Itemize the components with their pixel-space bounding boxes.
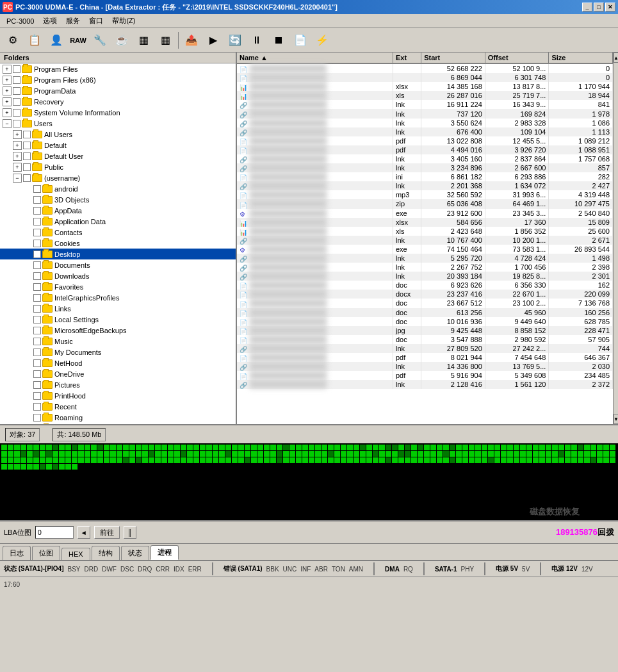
- tree-item[interactable]: −Users: [0, 118, 236, 129]
- title-bar-controls[interactable]: _ □ ✕: [582, 3, 615, 12]
- tree-checkbox[interactable]: [23, 142, 31, 149]
- tree-expand-btn[interactable]: +: [3, 97, 12, 106]
- table-row[interactable]: 🔗filename_blurred_5lnk737 120169 8241 97…: [237, 109, 613, 118]
- table-row[interactable]: 🔗filename_blurred_21lnk5 295 7204 728 42…: [237, 254, 613, 263]
- tree-item[interactable]: Application Data: [0, 216, 236, 227]
- tree-checkbox[interactable]: [33, 250, 41, 258]
- tree-checkbox[interactable]: [33, 403, 41, 411]
- minimize-button[interactable]: _: [582, 3, 592, 12]
- tab-位图[interactable]: 位图: [32, 546, 60, 560]
- tree-checkbox[interactable]: [13, 109, 20, 117]
- tree-item[interactable]: +Default: [0, 140, 236, 151]
- table-row[interactable]: 📄filename_blurred_14mp332 560 59231 993 …: [237, 190, 613, 199]
- tree-checkbox[interactable]: [33, 381, 41, 389]
- tree-checkbox[interactable]: [33, 196, 41, 204]
- toolbar-settings-btn[interactable]: ⚙: [3, 31, 23, 50]
- tree-checkbox[interactable]: [33, 218, 41, 225]
- table-row[interactable]: 📄filename_blurred_28doc10 016 9369 449 6…: [237, 317, 613, 326]
- toolbar-refresh-btn[interactable]: 🔄: [225, 31, 245, 50]
- tree-expand-btn[interactable]: +: [13, 163, 22, 172]
- tree-checkbox[interactable]: [33, 392, 41, 400]
- right-scrollbar[interactable]: ▲ ▼: [613, 53, 618, 424]
- toolbar-clip-btn[interactable]: 📋: [24, 31, 45, 50]
- table-row[interactable]: 📊filename_blurred_17xlsx584 65617 36015 …: [237, 218, 613, 227]
- table-row[interactable]: 📄filename_blurred_16 869 0446 301 7480: [237, 73, 613, 82]
- menu-pc3000[interactable]: PC-3000: [3, 16, 38, 26]
- tree-checkbox[interactable]: [33, 316, 41, 324]
- table-row[interactable]: 🔗filename_blurred_7lnk676 400109 1041 11…: [237, 127, 613, 136]
- toolbar-stop-btn[interactable]: ⏹: [268, 31, 289, 50]
- tree-item[interactable]: +Recovery: [0, 96, 236, 107]
- col-name[interactable]: Name ▲: [237, 53, 393, 63]
- table-row[interactable]: 📄filename_blurred_052 668 22252 100 9...…: [237, 63, 613, 73]
- table-row[interactable]: 📄filename_blurred_9pdf4 494 0163 926 720…: [237, 145, 613, 154]
- table-row[interactable]: 📊filename_blurred_3xls26 287 01625 719 7…: [237, 91, 613, 100]
- table-row[interactable]: ⚙filename_blurred_16exe23 912 60023 345 …: [237, 209, 613, 218]
- table-row[interactable]: 🔗filename_blurred_10lnk3 405 1602 837 86…: [237, 154, 613, 163]
- table-row[interactable]: 📄filename_blurred_32pdf8 021 9447 454 64…: [237, 353, 613, 362]
- tree-item[interactable]: Local Settings: [0, 314, 236, 325]
- tab-结构[interactable]: 结构: [92, 546, 120, 560]
- tree-item[interactable]: My Documents: [0, 347, 236, 357]
- tab-进程[interactable]: 进程: [150, 545, 179, 560]
- tree-checkbox[interactable]: [33, 240, 41, 247]
- tree-item[interactable]: Documents: [0, 259, 236, 270]
- table-row[interactable]: 🔗filename_blurred_4lnk16 911 22416 343 9…: [237, 100, 613, 109]
- tree-checkbox[interactable]: [33, 283, 41, 291]
- tree-checkbox[interactable]: [23, 174, 31, 182]
- tree-checkbox[interactable]: [33, 305, 41, 313]
- tree-checkbox[interactable]: [33, 348, 41, 356]
- table-row[interactable]: 🔗filename_blurred_19lnk10 767 40010 200 …: [237, 236, 613, 245]
- tree-item[interactable]: android: [0, 183, 236, 194]
- lba-pause-button[interactable]: ║: [124, 526, 136, 539]
- tree-checkbox[interactable]: [13, 87, 20, 95]
- lba-input[interactable]: [35, 526, 74, 539]
- tree-item[interactable]: Contacts: [0, 227, 236, 238]
- toolbar-raw-btn[interactable]: RAW: [68, 31, 88, 50]
- tree-expand-btn[interactable]: +: [13, 152, 22, 161]
- tree-expand-btn[interactable]: +: [13, 141, 22, 150]
- tree-item[interactable]: Roaming: [0, 412, 236, 423]
- tree-expand-btn[interactable]: +: [13, 130, 22, 139]
- toolbar-play-btn[interactable]: ▶: [203, 31, 224, 50]
- tree-checkbox[interactable]: [33, 294, 41, 302]
- tree-checkbox[interactable]: [13, 76, 20, 84]
- tree-item[interactable]: Pictures: [0, 379, 236, 390]
- col-start[interactable]: Start: [421, 53, 485, 63]
- table-row[interactable]: 📄filename_blurred_8pdf13 022 80812 455 5…: [237, 136, 613, 145]
- table-row[interactable]: 📄filename_blurred_30doc3 547 8882 980 59…: [237, 335, 613, 344]
- tree-item[interactable]: 3D Objects: [0, 194, 236, 205]
- table-row[interactable]: 📊filename_blurred_18xls2 423 6481 856 35…: [237, 227, 613, 236]
- table-row[interactable]: 🔗filename_blurred_23lnk20 393 18419 825 …: [237, 272, 613, 281]
- table-row[interactable]: 📊filename_blurred_2xlsx14 385 16813 817 …: [237, 82, 613, 91]
- tree-checkbox[interactable]: [13, 65, 20, 73]
- tree-item[interactable]: +System Volume Information: [0, 107, 236, 118]
- table-row[interactable]: 📄filename_blurred_12ini6 861 1826 293 88…: [237, 172, 613, 181]
- tab-HEX[interactable]: HEX: [61, 548, 90, 560]
- table-row[interactable]: 📄filename_blurred_27doc613 25645 960160 …: [237, 308, 613, 317]
- tree-item[interactable]: PrintHood: [0, 390, 236, 401]
- tree-item[interactable]: Cookies: [0, 238, 236, 249]
- tree-item[interactable]: +Program Files: [0, 63, 236, 74]
- toolbar-grid1-btn[interactable]: ▦: [133, 31, 154, 50]
- tree-checkbox[interactable]: [13, 98, 20, 106]
- tree-expand-btn[interactable]: +: [3, 108, 12, 117]
- menu-help[interactable]: 帮助(Z): [108, 15, 139, 27]
- tree-checkbox[interactable]: [33, 414, 41, 422]
- tree-item[interactable]: MicrosoftEdgeBackups: [0, 325, 236, 336]
- col-offset[interactable]: Offset: [485, 53, 549, 63]
- tree-expand-btn[interactable]: +: [3, 76, 12, 85]
- tree-item[interactable]: AppData: [0, 205, 236, 216]
- tree-item[interactable]: OneDrive: [0, 368, 236, 379]
- tree-expand-btn[interactable]: −: [3, 119, 12, 128]
- table-row[interactable]: 🔗filename_blurred_11lnk3 234 8962 667 60…: [237, 163, 613, 172]
- tree-item[interactable]: −(username): [0, 172, 236, 183]
- tree-checkbox[interactable]: [33, 272, 41, 280]
- tree-item[interactable]: Saved Games: [0, 423, 236, 424]
- close-button[interactable]: ✕: [605, 3, 615, 12]
- tree-checkbox[interactable]: [33, 359, 41, 367]
- toolbar-pause-btn[interactable]: ⏸: [247, 31, 267, 50]
- tree-checkbox[interactable]: [13, 120, 20, 127]
- table-row[interactable]: 📄filename_blurred_34pdf5 916 9045 349 60…: [237, 371, 613, 380]
- tree-item[interactable]: Favorites: [0, 281, 236, 292]
